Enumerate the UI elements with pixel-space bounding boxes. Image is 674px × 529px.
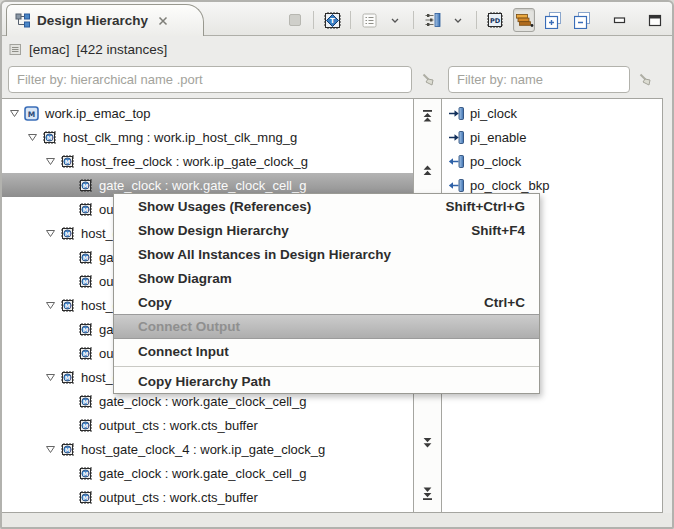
- previous-match-marker[interactable]: [421, 165, 434, 177]
- expander-icon[interactable]: [46, 302, 60, 309]
- menu-item-copy-hierarchy-path[interactable]: Copy Hierarchy Path: [114, 369, 539, 393]
- shortcut-label: Ctrl+C: [484, 295, 525, 310]
- tab-title: Design Hierarchy: [37, 13, 148, 28]
- svg-text:M: M: [65, 230, 70, 236]
- menu-item-copy[interactable]: Copy Ctrl+C: [114, 290, 539, 314]
- instance-icon: M: [78, 250, 95, 265]
- hierarchy-icon: [15, 13, 31, 28]
- svg-text:M: M: [83, 398, 88, 404]
- svg-text:M: M: [47, 134, 52, 140]
- scope-header: [emac] [422 instances]: [2, 36, 672, 62]
- tree-item[interactable]: M gate_clock : work.gate_clock_cell_g: [2, 461, 413, 485]
- filter-options-chevron[interactable]: [447, 8, 469, 32]
- svg-text:M: M: [83, 182, 88, 188]
- instance-icon: M: [78, 418, 95, 433]
- menu-item-show-diagram[interactable]: Show Diagram: [114, 266, 539, 290]
- clear-filter-icon[interactable]: [636, 70, 654, 88]
- pd-chip-icon: PD: [486, 11, 504, 29]
- instance-icon: M: [78, 178, 95, 193]
- svg-text:M: M: [83, 350, 88, 356]
- filter-icon: [424, 12, 441, 28]
- chip-t-icon: T: [323, 11, 342, 30]
- menu-item-show-design-hierarchy[interactable]: Show Design Hierarchy Shift+F4: [114, 218, 539, 242]
- tab-bar: Design Hierarchy T: [2, 2, 672, 36]
- tree-item[interactable]: M host_free_clock : work.ip_gate_clock_g: [2, 149, 413, 173]
- tree-item[interactable]: M host_gate_clock_4 : work.ip_gate_clock…: [2, 437, 413, 461]
- svg-text:M: M: [65, 158, 70, 164]
- instance-icon: M: [78, 466, 95, 481]
- power-domains-button[interactable]: PD: [484, 8, 506, 32]
- filter-row: [2, 62, 672, 98]
- shortcut-label: Shift+F4: [471, 223, 525, 238]
- svg-text:M: M: [28, 109, 35, 118]
- tab-design-hierarchy[interactable]: Design Hierarchy: [6, 4, 204, 36]
- port-item[interactable]: pi_clock: [442, 101, 662, 125]
- maximize-button[interactable]: [644, 8, 666, 32]
- link-with-editor-button[interactable]: [284, 8, 306, 32]
- expander-icon[interactable]: [46, 374, 60, 381]
- svg-text:M: M: [83, 254, 88, 260]
- svg-text:M: M: [65, 302, 70, 308]
- maximize-icon: [648, 14, 662, 27]
- expander-icon[interactable]: [28, 134, 42, 141]
- instance-icon: M: [60, 442, 77, 457]
- instance-icon: M: [60, 298, 77, 313]
- instance-icon: M: [78, 202, 95, 217]
- books-icon: [515, 12, 534, 28]
- expand-all-button[interactable]: [542, 8, 564, 32]
- instance-icon: M: [78, 394, 95, 409]
- clear-filter-icon[interactable]: [419, 70, 437, 88]
- list-icon: [362, 13, 377, 28]
- instance-count-label: [422 instances]: [77, 42, 168, 57]
- minimize-button[interactable]: [608, 8, 630, 32]
- tree-item[interactable]: M output_cts : work.cts_buffer: [2, 485, 413, 509]
- instance-icon: M: [60, 226, 77, 241]
- expander-icon[interactable]: [46, 230, 60, 237]
- menu-item-connect-input[interactable]: Connect Input: [114, 339, 539, 363]
- tree-item[interactable]: M work.ip_emac_top: [2, 101, 413, 125]
- chevron-down-icon: [454, 18, 462, 23]
- input-port-icon: [448, 130, 465, 145]
- port-filter-input[interactable]: [448, 66, 630, 93]
- view-menu-chevron[interactable]: [384, 8, 406, 32]
- svg-text:T: T: [330, 17, 335, 25]
- minimize-icon: [613, 16, 626, 25]
- scope-icon: [9, 43, 22, 56]
- filter-options-button[interactable]: [421, 8, 443, 32]
- collapse-all-button[interactable]: [571, 8, 593, 32]
- hierarchy-filter-input[interactable]: [8, 66, 412, 93]
- instance-icon: M: [60, 370, 77, 385]
- expander-icon[interactable]: [46, 446, 60, 453]
- design-hierarchy-view: Design Hierarchy T: [0, 0, 674, 529]
- next-match-marker[interactable]: [421, 437, 434, 449]
- svg-text:M: M: [83, 470, 88, 476]
- shortcut-label: Shift+Ctrl+G: [445, 199, 525, 214]
- svg-text:PD: PD: [490, 17, 501, 25]
- port-item[interactable]: po_clock: [442, 149, 662, 173]
- scroll-to-top-marker[interactable]: [421, 109, 434, 123]
- svg-text:M: M: [83, 326, 88, 332]
- port-item[interactable]: pi_enable: [442, 125, 662, 149]
- scroll-to-bottom-marker[interactable]: [421, 487, 434, 501]
- expand-all-icon: [545, 12, 562, 29]
- group-instances-button[interactable]: [513, 8, 535, 32]
- instance-icon: M: [78, 346, 95, 361]
- menu-item-connect-output[interactable]: Connect Output: [114, 314, 539, 339]
- svg-text:M: M: [83, 422, 88, 428]
- svg-text:M: M: [83, 278, 88, 284]
- svg-text:M: M: [83, 494, 88, 500]
- menu-item-show-all-instances[interactable]: Show All Instances in Design Hierarchy: [114, 242, 539, 266]
- view-toolbar: T PD: [284, 6, 666, 34]
- expander-icon[interactable]: [10, 110, 24, 117]
- tree-item[interactable]: M host_clk_mng : work.ip_host_clk_mng_g: [2, 125, 413, 149]
- tree-item[interactable]: M output_cts : work.cts_buffer: [2, 413, 413, 437]
- expander-icon[interactable]: [46, 158, 60, 165]
- menu-item-show-usages[interactable]: Show Usages (References) Shift+Ctrl+G: [114, 194, 539, 218]
- instance-icon: M: [42, 130, 59, 145]
- module-icon: M: [24, 106, 41, 121]
- set-top-module-button[interactable]: T: [321, 8, 343, 32]
- scope-label: [emac]: [29, 42, 70, 57]
- view-menu-button[interactable]: [358, 8, 380, 32]
- close-icon[interactable]: [158, 16, 168, 26]
- context-menu: Show Usages (References) Shift+Ctrl+G Sh…: [113, 193, 540, 394]
